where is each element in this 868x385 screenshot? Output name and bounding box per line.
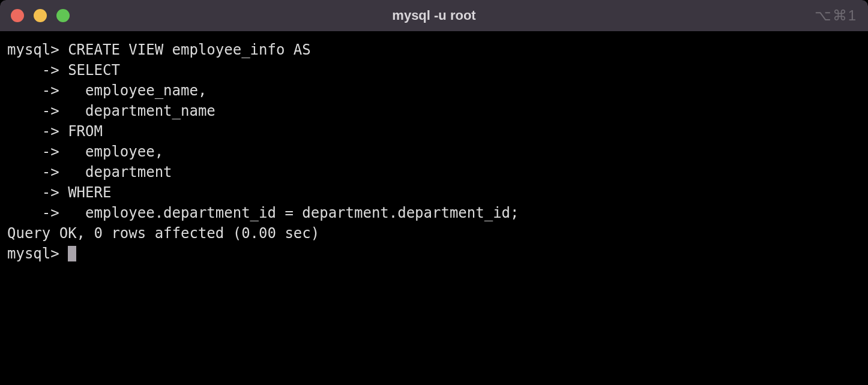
terminal-line: mysql> <box>7 243 861 264</box>
terminal-line: mysql> CREATE VIEW employee_info AS <box>7 40 861 60</box>
sql-text: CREATE VIEW employee_info AS <box>59 41 311 58</box>
window-title: mysql -u root <box>0 8 868 23</box>
continuation-prompt: -> <box>7 204 59 221</box>
terminal-line: -> department <box>7 162 861 182</box>
terminal-line: -> SELECT <box>7 60 861 80</box>
cursor-icon <box>68 246 76 261</box>
sql-text: FROM <box>59 123 103 140</box>
prompt: mysql> <box>7 41 59 58</box>
terminal-body[interactable]: mysql> CREATE VIEW employee_info AS -> S… <box>0 31 868 385</box>
sql-text: employee.department_id = department.depa… <box>59 204 519 221</box>
terminal-line: -> WHERE <box>7 182 861 203</box>
sql-text: SELECT <box>59 62 120 79</box>
continuation-prompt: -> <box>7 143 59 160</box>
sql-text: employee_name, <box>59 82 207 99</box>
continuation-prompt: -> <box>7 103 59 119</box>
query-result: Query OK, 0 rows affected (0.00 sec) <box>7 223 861 243</box>
window-titlebar: mysql -u root ⌥⌘1 <box>0 0 868 31</box>
shortcut-indicator: ⌥⌘1 <box>815 7 857 24</box>
continuation-prompt: -> <box>7 62 59 79</box>
maximize-icon[interactable] <box>56 9 70 22</box>
sql-text: department <box>59 164 172 181</box>
sql-text: WHERE <box>59 184 112 201</box>
terminal-line: -> employee, <box>7 142 861 162</box>
sql-text: department_name <box>59 103 215 119</box>
terminal-line: -> FROM <box>7 121 861 142</box>
continuation-prompt: -> <box>7 123 59 140</box>
traffic-lights <box>11 9 70 22</box>
continuation-prompt: -> <box>7 184 59 201</box>
continuation-prompt: -> <box>7 164 59 181</box>
close-icon[interactable] <box>11 9 24 22</box>
prompt: mysql> <box>7 245 68 262</box>
continuation-prompt: -> <box>7 82 59 99</box>
terminal-line: -> department_name <box>7 101 861 121</box>
terminal-line: -> employee.department_id = department.d… <box>7 203 861 223</box>
minimize-icon[interactable] <box>34 9 47 22</box>
terminal-line: -> employee_name, <box>7 80 861 101</box>
sql-text: employee, <box>59 143 163 160</box>
